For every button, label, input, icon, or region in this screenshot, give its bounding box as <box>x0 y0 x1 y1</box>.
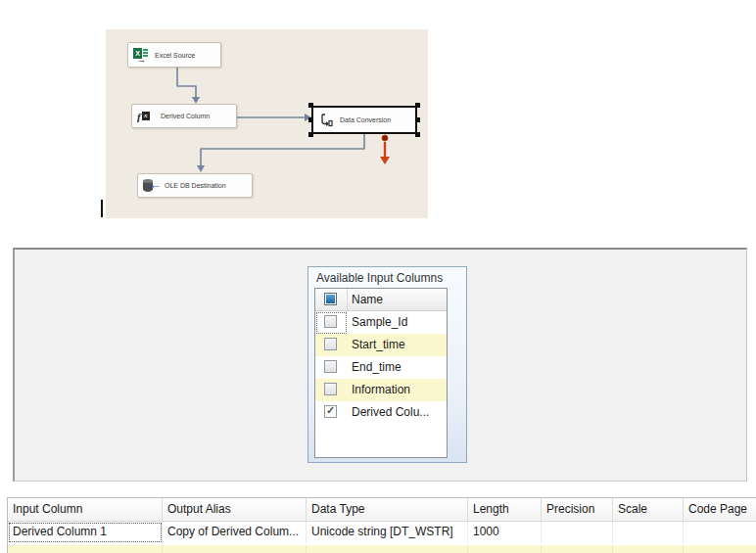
error-output-dot[interactable] <box>382 135 388 141</box>
table-row-empty[interactable] <box>8 545 756 553</box>
text-cursor <box>101 200 103 217</box>
select-all-checkbox[interactable] <box>324 293 337 305</box>
header-output-alias: Output Alias <box>163 498 307 521</box>
header-precision: Precision <box>542 498 613 521</box>
error-output-arrowhead <box>380 157 390 164</box>
excel-icon: X → <box>133 47 149 63</box>
selection-handle[interactable] <box>308 117 313 122</box>
connector-excel-to-derived[interactable] <box>177 68 196 98</box>
node-label: Data Conversion <box>340 116 391 123</box>
selection-handle[interactable] <box>415 132 420 137</box>
database-icon: ← <box>143 178 159 194</box>
connector-arrowhead-oledb <box>197 165 205 172</box>
input-columns-list: Name Sample_Id Start_time End_time Info <box>314 288 448 458</box>
header-length: Length <box>468 498 542 521</box>
connector-dataconversion-to-oledb[interactable] <box>201 134 364 166</box>
cell-input-column[interactable]: Derived Column 1 <box>8 522 163 543</box>
dataflow-designer-canvas: X → Excel Source fx Derived Column <box>106 29 428 218</box>
node-label: OLE DB Destination <box>165 182 226 189</box>
list-item[interactable]: Derived Colu... <box>315 401 447 424</box>
data-conversion-icon <box>318 113 334 128</box>
header-scale: Scale <box>613 498 684 521</box>
column-checkbox[interactable] <box>324 405 337 418</box>
cell-data-type[interactable]: Unicode string [DT_WSTR] <box>307 522 468 543</box>
node-data-conversion[interactable]: Data Conversion <box>311 106 417 134</box>
column-checkbox[interactable] <box>324 383 337 395</box>
list-rows: Sample_Id Start_time End_time Informatio… <box>315 311 447 424</box>
cell-output-alias[interactable]: Copy of Derived Colum... <box>163 522 307 543</box>
available-input-columns-panel: Available Input Columns Name Sample_Id S… <box>307 266 467 463</box>
node-label: Derived Column <box>161 113 210 119</box>
list-item[interactable]: Sample_Id <box>315 311 447 334</box>
selection-handle[interactable] <box>415 103 420 108</box>
fx-icon: fx <box>137 109 155 124</box>
name-column-header: Name <box>352 293 383 306</box>
selection-handle[interactable] <box>415 117 420 122</box>
list-item[interactable]: Information <box>315 379 447 401</box>
conversion-mapping-grid: Input Column Output Alias Data Type Leng… <box>7 497 756 553</box>
grid-header-row: Input Column Output Alias Data Type Leng… <box>8 498 756 522</box>
list-item[interactable]: Start_time <box>315 334 447 356</box>
panel-title: Available Input Columns <box>316 271 443 285</box>
header-data-type: Data Type <box>307 498 468 521</box>
selection-handle[interactable] <box>308 132 313 137</box>
header-input-column: Input Column <box>8 498 163 521</box>
list-header: Name <box>315 289 447 311</box>
data-conversion-editor-screen: X → Excel Source fx Derived Column <box>0 0 756 553</box>
node-label: Excel Source <box>155 52 195 59</box>
cell-length[interactable]: 1000 <box>468 522 542 543</box>
column-checkbox[interactable] <box>324 338 337 350</box>
column-checkbox[interactable] <box>324 315 337 328</box>
node-excel-source[interactable]: X → Excel Source <box>127 42 221 68</box>
node-ole-db-destination[interactable]: ← OLE DB Destination <box>137 173 253 198</box>
node-derived-column[interactable]: fx Derived Column <box>131 104 237 128</box>
cell-scale[interactable] <box>613 522 684 543</box>
connector-arrowhead-derived <box>192 97 200 104</box>
header-code-page: Code Page <box>684 498 756 521</box>
column-separator <box>347 289 348 310</box>
cell-code-page[interactable] <box>684 522 756 543</box>
list-item[interactable]: End_time <box>315 356 447 379</box>
cell-precision[interactable] <box>542 522 613 543</box>
column-checkbox[interactable] <box>324 360 337 373</box>
table-row: Derived Column 1 Copy of Derived Colum..… <box>8 522 756 543</box>
selection-handle[interactable] <box>308 103 313 108</box>
